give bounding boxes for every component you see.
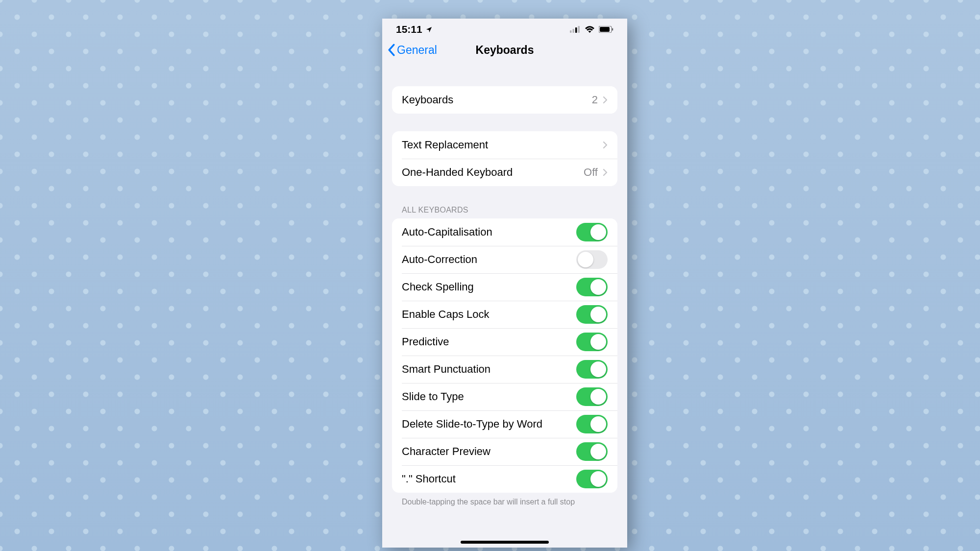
toggle-knob	[590, 389, 606, 405]
row-toggle: Auto-Correction	[392, 246, 617, 273]
battery-icon	[599, 26, 613, 33]
toggle-switch[interactable]	[576, 305, 608, 324]
row-label: One-Handed Keyboard	[402, 166, 513, 179]
toggle-switch[interactable]	[576, 360, 608, 379]
wifi-icon	[585, 26, 595, 33]
row-toggle: "." Shortcut	[392, 465, 617, 493]
svg-rect-6	[612, 28, 613, 31]
home-indicator[interactable]	[461, 541, 549, 544]
row-label: Predictive	[402, 335, 449, 348]
row-text-replacement[interactable]: Text Replacement	[392, 131, 617, 159]
location-icon	[425, 26, 433, 33]
svg-rect-2	[575, 27, 577, 33]
toggle-switch[interactable]	[576, 333, 608, 351]
row-toggle: Enable Caps Lock	[392, 301, 617, 328]
chevron-left-icon	[387, 44, 396, 56]
phone-frame: 15:11	[382, 19, 627, 548]
toggle-switch[interactable]	[576, 250, 608, 269]
row-label: Enable Caps Lock	[402, 308, 490, 321]
section-header-all-keyboards: ALL KEYBOARDS	[402, 206, 608, 215]
row-label: Auto-Capitalisation	[402, 226, 492, 239]
toggle-knob	[590, 416, 606, 432]
nav-header: General Keyboards	[382, 37, 627, 63]
row-label: Smart Punctuation	[402, 363, 490, 376]
back-button[interactable]: General	[386, 44, 437, 57]
row-toggle: Predictive	[392, 328, 617, 356]
toggle-knob	[590, 334, 606, 350]
row-label: Character Preview	[402, 445, 490, 458]
row-toggle: Character Preview	[392, 438, 617, 465]
group-all-keyboards: Auto-CapitalisationAuto-CorrectionCheck …	[392, 218, 617, 493]
chevron-right-icon	[603, 96, 608, 104]
toggle-knob	[590, 361, 606, 377]
toggle-knob	[578, 252, 593, 267]
cellular-icon	[570, 26, 581, 33]
row-value: 2	[592, 94, 598, 106]
toggle-switch[interactable]	[576, 415, 608, 433]
row-one-handed-keyboard[interactable]: One-Handed Keyboard Off	[392, 159, 617, 186]
chevron-right-icon	[603, 168, 608, 176]
back-label: General	[397, 44, 437, 57]
toggle-switch[interactable]	[576, 442, 608, 461]
status-bar: 15:11	[382, 19, 627, 37]
toggle-knob	[590, 444, 606, 459]
chevron-right-icon	[603, 141, 608, 149]
row-toggle: Slide to Type	[392, 383, 617, 410]
toggle-switch[interactable]	[576, 387, 608, 406]
status-time: 15:11	[396, 24, 422, 35]
row-toggle: Check Spelling	[392, 273, 617, 301]
group-keyboards: Keyboards 2	[392, 86, 617, 114]
row-label: Auto-Correction	[402, 253, 477, 266]
svg-rect-0	[570, 30, 572, 33]
row-label: Keyboards	[402, 94, 453, 106]
row-label: Check Spelling	[402, 281, 474, 293]
toggle-switch[interactable]	[576, 470, 608, 488]
settings-scroll[interactable]: Keyboards 2 Text Replacement	[382, 63, 627, 548]
toggle-switch[interactable]	[576, 278, 608, 296]
svg-rect-3	[578, 26, 580, 33]
section-footer: Double-tapping the space bar will insert…	[402, 498, 608, 506]
toggle-knob	[590, 307, 606, 322]
row-label: Delete Slide-to-Type by Word	[402, 418, 542, 431]
toggle-knob	[590, 224, 606, 240]
row-keyboards[interactable]: Keyboards 2	[392, 86, 617, 114]
row-label: Text Replacement	[402, 139, 488, 151]
toggle-switch[interactable]	[576, 223, 608, 241]
toggle-knob	[590, 471, 606, 487]
row-toggle: Delete Slide-to-Type by Word	[392, 410, 617, 438]
row-label: "." Shortcut	[402, 473, 456, 485]
row-value: Off	[584, 166, 598, 179]
row-label: Slide to Type	[402, 390, 464, 403]
row-toggle: Auto-Capitalisation	[392, 218, 617, 246]
svg-rect-5	[600, 27, 610, 32]
toggle-knob	[590, 279, 606, 295]
row-toggle: Smart Punctuation	[392, 356, 617, 383]
svg-rect-1	[573, 29, 575, 33]
group-text-options: Text Replacement One-Handed Keyboard Off	[392, 131, 617, 186]
